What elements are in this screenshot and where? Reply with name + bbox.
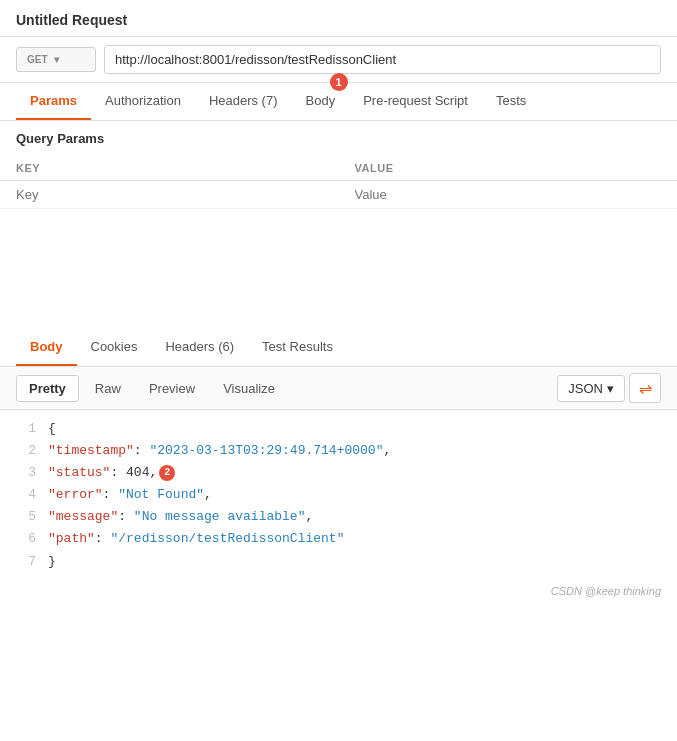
tab-tests[interactable]: Tests	[482, 83, 540, 120]
json-line-7: 7 }	[16, 551, 661, 573]
json-open-brace: {	[48, 418, 56, 440]
request-panel: GET ▾ 1 Params Authorization Headers (7)…	[0, 37, 677, 329]
format-preview-btn[interactable]: Preview	[137, 376, 207, 401]
value-input[interactable]	[355, 187, 662, 202]
url-input[interactable]	[104, 45, 661, 74]
response-tab-testresults[interactable]: Test Results	[248, 329, 347, 366]
watermark: CSDN @keep thinking	[0, 581, 677, 601]
json-line-6: 6 "path": "/redisson/testRedissonClient"	[16, 528, 661, 550]
json-key-status: "status": 404,2	[48, 462, 175, 484]
value-cell[interactable]	[339, 181, 678, 209]
json-key-path: "path": "/redisson/testRedissonClient"	[48, 528, 344, 550]
wrap-button[interactable]: ⇌	[629, 373, 661, 403]
key-cell[interactable]	[0, 181, 339, 209]
json-chevron-icon: ▾	[607, 381, 614, 396]
method-chevron-icon: ▾	[54, 54, 59, 65]
json-format-select[interactable]: JSON ▾	[557, 375, 625, 402]
json-line-2: 2 "timestamp": "2023-03-13T03:29:49.714+…	[16, 440, 661, 462]
json-close-brace: }	[48, 551, 56, 573]
response-tabs-bar: Body Cookies Headers (6) Test Results	[0, 329, 677, 367]
col-key: KEY	[0, 156, 339, 181]
json-line-4: 4 "error": "Not Found",	[16, 484, 661, 506]
response-tab-headers[interactable]: Headers (6)	[151, 329, 248, 366]
badge-2: 2	[159, 465, 175, 481]
tab-authorization[interactable]: Authorization	[91, 83, 195, 120]
json-line-5: 5 "message": "No message available",	[16, 506, 661, 528]
format-visualize-btn[interactable]: Visualize	[211, 376, 287, 401]
title-bar: Untitled Request	[0, 0, 677, 37]
line-num-5: 5	[16, 506, 36, 528]
line-num-6: 6	[16, 528, 36, 550]
query-params-label: Query Params	[0, 121, 677, 156]
method-label: GET	[27, 54, 48, 65]
format-raw-btn[interactable]: Raw	[83, 376, 133, 401]
format-pretty-btn[interactable]: Pretty	[16, 375, 79, 402]
response-tab-body[interactable]: Body	[16, 329, 77, 366]
json-line-1: 1 {	[16, 418, 661, 440]
line-num-3: 3	[16, 462, 36, 484]
tab-params[interactable]: Params	[16, 83, 91, 120]
key-input[interactable]	[16, 187, 323, 202]
format-bar: Pretty Raw Preview Visualize JSON ▾ ⇌	[0, 367, 677, 410]
table-row	[0, 181, 677, 209]
line-num-1: 1	[16, 418, 36, 440]
tab-headers[interactable]: Headers (7)	[195, 83, 292, 120]
params-empty	[0, 209, 677, 329]
json-key-timestamp: "timestamp": "2023-03-13T03:29:49.714+00…	[48, 440, 391, 462]
json-body: 1 { 2 "timestamp": "2023-03-13T03:29:49.…	[0, 410, 677, 581]
params-table: KEY VALUE	[0, 156, 677, 209]
line-num-2: 2	[16, 440, 36, 462]
json-format-label: JSON	[568, 381, 603, 396]
json-key-error: "error": "Not Found",	[48, 484, 212, 506]
line-num-7: 7	[16, 551, 36, 573]
url-bar: GET ▾ 1	[0, 37, 677, 83]
badge-1: 1	[330, 73, 348, 91]
json-key-message: "message": "No message available",	[48, 506, 313, 528]
page-title: Untitled Request	[16, 12, 127, 28]
tab-prerequest[interactable]: Pre-request Script	[349, 83, 482, 120]
page-container: Untitled Request GET ▾ 1 Params Authoriz…	[0, 0, 677, 741]
json-line-3: 3 "status": 404,2	[16, 462, 661, 484]
line-num-4: 4	[16, 484, 36, 506]
response-tab-cookies[interactable]: Cookies	[77, 329, 152, 366]
col-value: VALUE	[339, 156, 678, 181]
method-select[interactable]: GET ▾	[16, 47, 96, 72]
response-panel: Body Cookies Headers (6) Test Results Pr…	[0, 329, 677, 741]
